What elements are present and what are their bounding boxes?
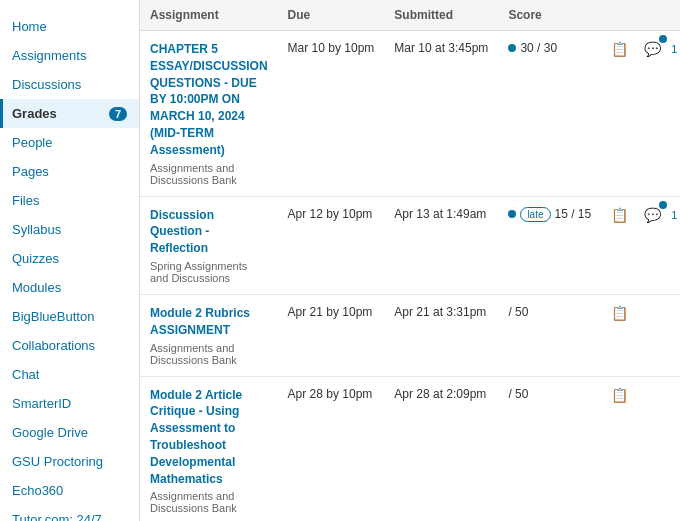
comment-count: 1: [671, 43, 677, 55]
comment-icon[interactable]: 💬: [644, 207, 661, 223]
table-row: Module 2 Rubrics ASSIGNMENTAssignments a…: [140, 294, 680, 376]
assignment-cell: Module 2 Article Critique - Using Assess…: [140, 376, 278, 521]
sidebar-item-label: Chat: [12, 367, 39, 382]
sidebar-badge: 7: [109, 107, 127, 121]
col-header-submitted: Submitted: [384, 0, 498, 31]
assignment-title[interactable]: Module 2 Rubrics ASSIGNMENT: [150, 305, 268, 339]
assignment-subtitle: Assignments and Discussions Bank: [150, 342, 268, 366]
assignment-cell: CHAPTER 5 ESSAY/DISCUSSION QUESTIONS - D…: [140, 31, 278, 197]
sidebar-item-label: Google Drive: [12, 425, 88, 440]
sidebar-item-label: Collaborations: [12, 338, 95, 353]
sidebar-item-label: Echo360: [12, 483, 63, 498]
assignment-title[interactable]: Module 2 Article Critique - Using Assess…: [150, 387, 268, 488]
sidebar-item-chat[interactable]: Chat: [0, 360, 139, 389]
sidebar-item-grades[interactable]: Grades7: [0, 99, 139, 128]
sidebar-item-label: BigBlueButton: [12, 309, 94, 324]
sidebar-item-label: Quizzes: [12, 251, 59, 266]
sidebar-item-label: SmarterID: [12, 396, 71, 411]
rubric-icon[interactable]: 📋: [611, 387, 628, 403]
sidebar-item-label: Grades: [12, 106, 57, 121]
due-date: Apr 28 by 10pm: [278, 376, 385, 521]
sidebar-item-label: Pages: [12, 164, 49, 179]
comment-dot: [659, 35, 667, 43]
grades-table: Assignment Due Submitted Score CHAPTER 5…: [140, 0, 680, 521]
score-value: 30 / 30: [508, 41, 591, 55]
sidebar-item-label: Files: [12, 193, 39, 208]
sidebar-item-label: People: [12, 135, 52, 150]
sidebar-item-syllabus[interactable]: Syllabus: [0, 215, 139, 244]
due-date: Mar 10 by 10pm: [278, 31, 385, 197]
comment-icon[interactable]: 💬: [644, 41, 661, 57]
sidebar-item-echo360[interactable]: Echo360: [0, 476, 139, 505]
assignment-subtitle: Assignments and Discussions Bank: [150, 490, 268, 514]
assignment-cell: Module 2 Rubrics ASSIGNMENTAssignments a…: [140, 294, 278, 376]
col-header-due: Due: [278, 0, 385, 31]
sidebar-item-assignments[interactable]: Assignments: [0, 41, 139, 70]
score-dot-icon: [508, 44, 516, 52]
score-cell: late15 / 15: [498, 196, 601, 294]
sidebar-item-label: Discussions: [12, 77, 81, 92]
submitted-date: Apr 13 at 1:49am: [384, 196, 498, 294]
score-value: / 50: [508, 387, 591, 401]
submitted-date: Mar 10 at 3:45pm: [384, 31, 498, 197]
score-dot-icon: [508, 210, 516, 218]
actions-cell: 📋💬1: [601, 31, 680, 67]
score-cell: / 50: [498, 376, 601, 521]
sidebar-item-home[interactable]: Home: [0, 12, 139, 41]
submitted-date: Apr 28 at 2:09pm: [384, 376, 498, 521]
score-text: 15 / 15: [555, 207, 592, 221]
late-badge: late: [520, 207, 550, 222]
sidebar-item-label: GSU Proctoring: [12, 454, 103, 469]
sidebar: HomeAssignmentsDiscussionsGrades7PeopleP…: [0, 0, 140, 521]
sidebar-item-label: Assignments: [12, 48, 86, 63]
sidebar-item-bigbluebutton[interactable]: BigBlueButton: [0, 302, 139, 331]
sidebar-item-collaborations[interactable]: Collaborations: [0, 331, 139, 360]
score-cell: / 50: [498, 294, 601, 376]
sidebar-item-quizzes[interactable]: Quizzes: [0, 244, 139, 273]
sidebar-item-discussions[interactable]: Discussions: [0, 70, 139, 99]
sidebar-item-smarterid[interactable]: SmarterID: [0, 389, 139, 418]
score-text: / 50: [508, 305, 528, 319]
score-value: / 50: [508, 305, 591, 319]
comment-count: 1: [671, 209, 677, 221]
assignment-title[interactable]: Discussion Question - Reflection: [150, 207, 268, 257]
sidebar-item-files[interactable]: Files: [0, 186, 139, 215]
sidebar-item-label: Modules: [12, 280, 61, 295]
rubric-icon[interactable]: 📋: [611, 41, 628, 57]
sidebar-item-people[interactable]: People: [0, 128, 139, 157]
comment-dot: [659, 201, 667, 209]
assignment-subtitle: Assignments and Discussions Bank: [150, 162, 268, 186]
sidebar-item-pages[interactable]: Pages: [0, 157, 139, 186]
col-header-score: Score: [498, 0, 601, 31]
sidebar-item-google-drive[interactable]: Google Drive: [0, 418, 139, 447]
assignment-subtitle: Spring Assignments and Discussions: [150, 260, 268, 284]
table-row: CHAPTER 5 ESSAY/DISCUSSION QUESTIONS - D…: [140, 31, 680, 197]
sidebar-item-label: Tutor.com: 24/7 Online Tutoring: [12, 512, 127, 521]
main-content: Assignment Due Submitted Score CHAPTER 5…: [140, 0, 680, 521]
score-text: / 50: [508, 387, 528, 401]
table-row: Discussion Question - ReflectionSpring A…: [140, 196, 680, 294]
rubric-icon[interactable]: 📋: [611, 207, 628, 223]
sidebar-item-gsu-proctoring[interactable]: GSU Proctoring: [0, 447, 139, 476]
submitted-date: Apr 21 at 3:31pm: [384, 294, 498, 376]
sidebar-item-label: Syllabus: [12, 222, 61, 237]
due-date: Apr 21 by 10pm: [278, 294, 385, 376]
col-header-actions: [601, 0, 680, 31]
actions-cell: 📋: [601, 377, 680, 413]
assignment-cell: Discussion Question - ReflectionSpring A…: [140, 196, 278, 294]
score-value: late15 / 15: [508, 207, 591, 222]
score-cell: 30 / 30: [498, 31, 601, 197]
sidebar-item-label: Home: [12, 19, 47, 34]
sidebar-item-tutor-com--24-7-online-tutoring[interactable]: Tutor.com: 24/7 Online Tutoring: [0, 505, 139, 521]
due-date: Apr 12 by 10pm: [278, 196, 385, 294]
actions-cell: 📋💬1: [601, 197, 680, 233]
sidebar-item-modules[interactable]: Modules: [0, 273, 139, 302]
assignment-title[interactable]: CHAPTER 5 ESSAY/DISCUSSION QUESTIONS - D…: [150, 41, 268, 159]
table-row: Module 2 Article Critique - Using Assess…: [140, 376, 680, 521]
actions-cell: 📋: [601, 295, 680, 331]
score-text: 30 / 30: [520, 41, 557, 55]
rubric-icon[interactable]: 📋: [611, 305, 628, 321]
term-label: [0, 0, 139, 12]
col-header-assignment: Assignment: [140, 0, 278, 31]
